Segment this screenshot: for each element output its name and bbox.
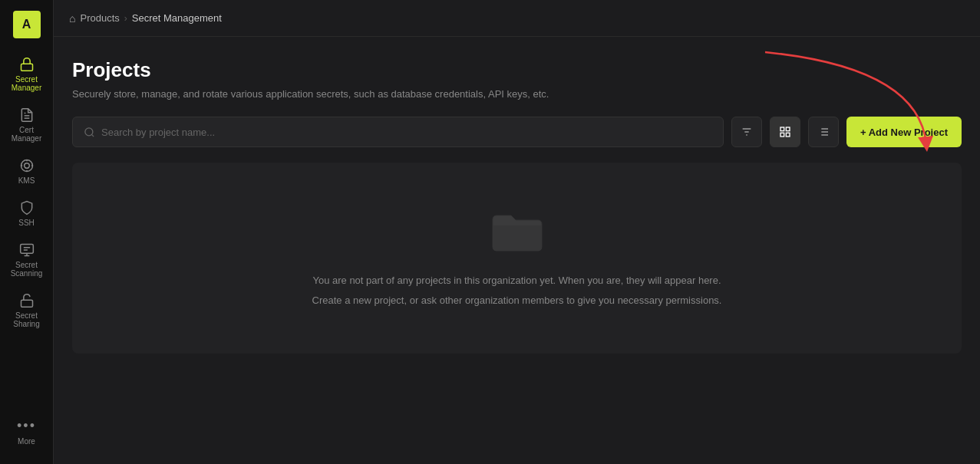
svg-point-4 <box>21 160 32 172</box>
cert-manager-icon <box>19 107 35 123</box>
sidebar-item-secret-sharing[interactable]: Secret Sharing <box>0 285 54 336</box>
svg-rect-5 <box>20 245 33 254</box>
sidebar-item-secret-manager[interactable]: Secret Manager <box>0 49 54 100</box>
avatar[interactable]: A <box>13 11 41 38</box>
sidebar-item-ssh[interactable]: SSH <box>0 193 54 235</box>
sidebar: A Secret Manager Cert Manager KMS SSH <box>0 0 54 464</box>
filter-icon <box>741 126 753 138</box>
grid-view-button[interactable] <box>770 117 800 147</box>
sidebar-item-secret-scanning[interactable]: Secret Scanning <box>0 235 54 285</box>
sidebar-item-label-secret-scanning: Secret Scanning <box>4 261 50 278</box>
sidebar-item-label-more: More <box>18 437 35 446</box>
list-icon <box>817 126 830 138</box>
grid-icon <box>779 126 791 138</box>
svg-rect-13 <box>786 127 790 131</box>
empty-state-line1: You are not part of any projects in this… <box>312 273 721 288</box>
kms-icon <box>19 158 35 173</box>
sidebar-item-label-secret-manager: Secret Manager <box>4 75 50 92</box>
empty-state: You are not part of any projects in this… <box>72 163 962 354</box>
sidebar-item-cert-manager[interactable]: Cert Manager <box>0 100 54 150</box>
ssh-icon <box>19 200 35 216</box>
topbar: ⌂ Products › Secret Management <box>54 0 980 37</box>
filter-button[interactable] <box>731 117 762 147</box>
secret-scanning-icon <box>19 242 35 258</box>
search-icon <box>84 127 95 138</box>
breadcrumb-products[interactable]: Products <box>80 12 119 24</box>
home-icon: ⌂ <box>69 12 75 25</box>
svg-rect-12 <box>780 127 784 131</box>
add-new-project-button[interactable]: + Add New Project <box>846 117 962 147</box>
sidebar-item-label-cert-manager: Cert Manager <box>4 126 50 143</box>
search-box[interactable] <box>72 117 724 147</box>
sidebar-item-label-ssh: SSH <box>18 219 35 227</box>
sidebar-item-label-secret-sharing: Secret Sharing <box>4 311 50 328</box>
svg-rect-15 <box>786 133 790 137</box>
svg-rect-6 <box>21 300 32 307</box>
svg-point-7 <box>85 127 93 135</box>
secret-manager-icon <box>19 57 35 72</box>
toolbar: + Add New Project <box>72 117 962 147</box>
empty-state-line2: Create a new project, or ask other organ… <box>312 293 722 308</box>
sidebar-item-kms[interactable]: KMS <box>0 150 54 193</box>
page-title: Projects <box>72 58 962 82</box>
folder-icon <box>490 209 545 258</box>
list-view-button[interactable] <box>808 117 839 147</box>
secret-sharing-icon <box>19 293 35 308</box>
search-input[interactable] <box>101 127 712 138</box>
sidebar-item-label-kms: KMS <box>18 176 35 185</box>
sidebar-item-more[interactable]: ••• More <box>0 410 54 453</box>
page-content: Projects Securely store, manage, and rot… <box>54 37 980 464</box>
more-dots-icon: ••• <box>17 418 36 434</box>
main-content: ⌂ Products › Secret Management Projects … <box>54 0 980 464</box>
breadcrumb-separator: › <box>124 13 127 24</box>
page-subtitle: Securely store, manage, and rotate vario… <box>72 88 962 100</box>
svg-line-8 <box>91 134 94 137</box>
svg-point-3 <box>24 163 29 169</box>
svg-rect-0 <box>21 64 32 71</box>
breadcrumb-current: Secret Management <box>132 12 222 24</box>
svg-rect-14 <box>780 133 784 137</box>
